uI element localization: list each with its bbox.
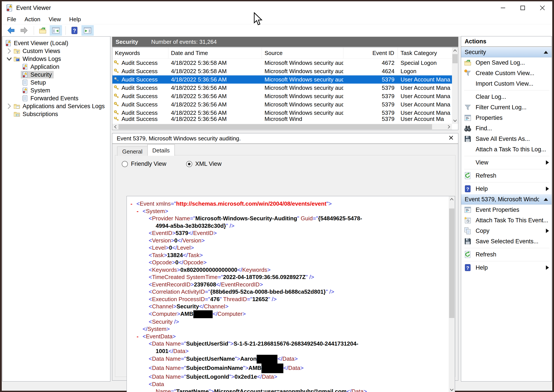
event-row[interactable]: Audit Success4/18/2022 5:36:58 AMMicroso… xyxy=(112,67,458,75)
audit-success-key-icon xyxy=(113,101,120,108)
scroll-left-icon[interactable] xyxy=(112,124,118,130)
action-create-custom-view[interactable]: Create Custom View... xyxy=(461,68,552,78)
maximize-button[interactable] xyxy=(513,1,533,14)
cell-keywords: Audit Success xyxy=(112,60,168,66)
sidebar-item-security[interactable]: Security xyxy=(2,71,110,79)
menu-view[interactable]: View xyxy=(48,16,61,23)
action-help[interactable]: ?Help xyxy=(461,262,552,273)
tab-details[interactable]: Details xyxy=(147,144,175,156)
copy-icon xyxy=(464,227,472,235)
xml-line: <Channel>Security</Channel> xyxy=(127,303,441,310)
event-list-vertical-scrollbar[interactable] xyxy=(452,48,458,124)
action-refresh[interactable]: Refresh xyxy=(461,170,552,181)
actions-section-header-security[interactable]: Security xyxy=(461,47,552,57)
detail-close-button[interactable] xyxy=(449,135,454,142)
xml-scroll-thumb[interactable] xyxy=(449,209,454,318)
xml-line: -<System> xyxy=(127,208,441,215)
collapse-section-icon[interactable] xyxy=(544,51,548,54)
sidebar-item-setup[interactable]: Setup xyxy=(2,79,110,86)
close-button[interactable] xyxy=(533,1,552,14)
show-action-pane-button[interactable] xyxy=(82,25,94,36)
actions-section-header-event[interactable]: Event 5379, Microsoft Windows s... xyxy=(461,194,552,204)
cell-date-time: 4/18/2022 5:36:58 AM xyxy=(168,60,262,66)
event-row[interactable]: Audit Success4/18/2022 5:36:56 AMMicroso… xyxy=(112,84,458,92)
action-copy[interactable]: Copy xyxy=(461,225,552,236)
friendly-view-radio[interactable] xyxy=(122,161,128,167)
sidebar-item-custom-views[interactable]: Custom Views xyxy=(2,47,110,55)
collapse-minus-icon[interactable]: - xyxy=(137,208,138,215)
action-attach-a-task-to-this-log[interactable]: Attach a Task To this Log... xyxy=(461,144,552,155)
action-help[interactable]: ?Help xyxy=(461,183,552,194)
xml-line: <Task>13824</Task> xyxy=(127,252,441,259)
cell-date-time: 4/18/2022 5:36:56 AM xyxy=(168,93,262,100)
xml-scroll-up-icon[interactable] xyxy=(449,196,455,202)
minimize-button[interactable] xyxy=(493,1,513,14)
event-list-horizontal-scrollbar[interactable] xyxy=(112,124,452,130)
expand-right-icon[interactable] xyxy=(6,103,13,110)
forward-button[interactable] xyxy=(18,25,30,36)
action-import-custom-view[interactable]: Import Custom View... xyxy=(461,78,552,89)
scroll-right-icon[interactable] xyxy=(446,124,452,130)
event-row[interactable]: Audit Success4/18/2022 5:36:56 AMMicroso… xyxy=(112,117,458,121)
action-save-all-events-as[interactable]: Save All Events As... xyxy=(461,133,552,144)
event-row[interactable]: Audit Success4/18/2022 5:36:56 AMMicroso… xyxy=(112,75,458,84)
menu-action[interactable]: Action xyxy=(25,16,40,23)
submenu-arrow-icon xyxy=(546,229,549,233)
action-label: View xyxy=(476,159,488,166)
cell-date-time: 4/18/2022 5:36:56 AM xyxy=(168,101,262,108)
action-find[interactable]: Find... xyxy=(461,123,552,133)
column-header-date-time[interactable]: Date and Time xyxy=(168,48,262,58)
show-console-tree-button[interactable] xyxy=(50,25,62,36)
horizontal-scroll-thumb[interactable] xyxy=(118,124,432,129)
expand-down-icon[interactable] xyxy=(6,56,13,62)
xml-view-radio[interactable] xyxy=(186,161,192,167)
action-properties[interactable]: Properties xyxy=(461,112,552,123)
event-row[interactable]: Audit Success4/18/2022 5:36:56 AMMicroso… xyxy=(112,100,458,109)
column-header-source[interactable]: Source xyxy=(262,48,343,58)
collapse-minus-icon[interactable]: - xyxy=(131,200,132,208)
section-header-label: Event 5379, Microsoft Windows s... xyxy=(465,196,539,203)
event-row[interactable]: Audit Success4/18/2022 5:36:56 AMMicroso… xyxy=(112,92,458,100)
vertical-scroll-thumb[interactable] xyxy=(452,54,458,63)
menu-bar: FileActionViewHelp xyxy=(2,14,552,24)
menu-file[interactable]: File xyxy=(7,16,16,23)
sidebar-item-system[interactable]: System xyxy=(2,86,110,94)
sidebar-item-application[interactable]: Application xyxy=(2,63,110,71)
action-event-properties[interactable]: Event Properties xyxy=(461,204,552,215)
collapse-minus-icon[interactable]: - xyxy=(137,333,138,340)
column-header-keywords[interactable]: Keywords xyxy=(112,48,168,58)
xml-scroll-down-icon[interactable] xyxy=(449,387,455,392)
action-filter-current-log[interactable]: Filter Current Log... xyxy=(461,102,552,112)
help-button[interactable]: ? xyxy=(68,25,81,36)
sidebar-item-windows-logs[interactable]: Windows Logs xyxy=(2,55,110,63)
sidebar-item-applications-and-services-logs[interactable]: Applications and Services Logs xyxy=(2,102,110,110)
collapse-section-icon[interactable] xyxy=(544,198,548,201)
tab-general[interactable]: General xyxy=(117,147,148,156)
tree-item-content: Setup xyxy=(21,79,48,86)
action-save-selected-events[interactable]: Save Selected Events... xyxy=(461,236,552,247)
column-header-event-id[interactable]: Event ID xyxy=(343,48,398,58)
menu-help[interactable]: Help xyxy=(69,16,81,23)
sidebar-item-forwarded-events[interactable]: Forwarded Events xyxy=(2,94,110,102)
open-saved-log-button[interactable] xyxy=(37,25,49,36)
scroll-up-icon[interactable] xyxy=(452,48,458,54)
event-row[interactable]: Audit Success4/18/2022 5:36:56 AMMicroso… xyxy=(112,109,458,117)
back-button[interactable] xyxy=(5,25,17,36)
column-header-task-category[interactable]: Task Category xyxy=(398,48,458,58)
cell-event-id: 5379 xyxy=(343,101,398,108)
scroll-down-icon[interactable] xyxy=(452,118,458,124)
action-refresh[interactable]: Refresh xyxy=(461,249,552,260)
xml-line: <Keywords>0x8020000000000000</Keywords> xyxy=(127,266,441,274)
sidebar-item-event-viewer-local-[interactable]: Event Viewer (Local) xyxy=(2,39,110,47)
action-view[interactable]: View xyxy=(461,157,552,168)
action-clear-log[interactable]: Clear Log... xyxy=(461,91,552,102)
expand-right-icon[interactable] xyxy=(6,48,13,54)
xml-vertical-scrollbar[interactable] xyxy=(449,196,455,392)
actions-separator xyxy=(464,90,549,91)
event-row[interactable]: Audit Success4/18/2022 5:36:58 AMMicroso… xyxy=(112,59,458,67)
action-open-saved-log[interactable]: Open Saved Log... xyxy=(461,57,552,68)
action-attach-task-to-this-event[interactable]: Attach Task To This Event... xyxy=(461,215,552,225)
redaction-box xyxy=(193,310,213,318)
sidebar-item-subscriptions[interactable]: Subscriptions xyxy=(2,110,110,118)
cell-event-id: 5379 xyxy=(343,117,398,121)
